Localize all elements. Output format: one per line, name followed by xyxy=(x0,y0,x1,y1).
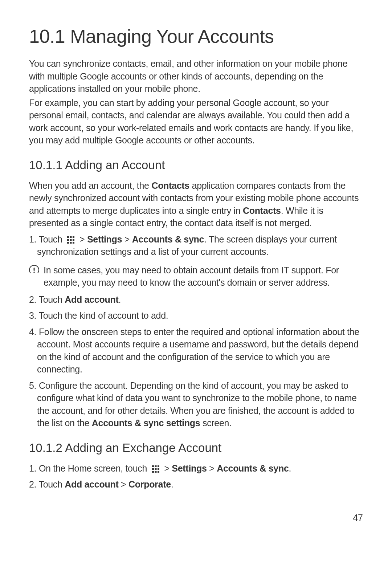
page-title: 10.1 Managing Your Accounts xyxy=(29,25,363,47)
apps-grid-icon xyxy=(67,236,75,244)
bold-add-account: Add account xyxy=(65,294,118,305)
intro-paragraph-2: For example, you can start by adding you… xyxy=(29,97,363,147)
text-fragment: screen. xyxy=(200,418,232,428)
text-fragment: When you add an account, the xyxy=(29,180,151,191)
step-3: 3. Touch the kind of account to add. xyxy=(29,309,363,322)
svg-rect-5 xyxy=(73,239,74,241)
text-fragment: 1. On the Home screen, touch xyxy=(29,463,150,473)
text-fragment: > xyxy=(207,463,217,473)
svg-rect-19 xyxy=(158,471,159,473)
svg-rect-12 xyxy=(155,465,156,467)
text-fragment: 2. Touch xyxy=(29,479,65,489)
svg-rect-7 xyxy=(70,242,72,244)
bold-accounts-sync: Accounts & sync xyxy=(217,463,289,473)
svg-rect-13 xyxy=(158,465,159,467)
section2-step-2: 2. Touch Add account > Corporate. xyxy=(29,478,363,491)
svg-rect-2 xyxy=(73,236,74,238)
section2-step-1: 1. On the Home screen, touch > Settings … xyxy=(29,462,363,475)
svg-rect-3 xyxy=(67,239,69,241)
bold-settings: Settings xyxy=(172,463,207,473)
text-fragment: 1. Touch xyxy=(29,234,65,244)
step-4: 4. Follow the onscreen steps to enter th… xyxy=(29,326,363,376)
bold-settings: Settings xyxy=(87,234,122,244)
page-number: 47 xyxy=(29,513,363,523)
svg-rect-4 xyxy=(70,239,72,241)
text-fragment: . xyxy=(289,463,291,473)
note-callout: In some cases, you may need to obtain ac… xyxy=(29,264,363,289)
intro-paragraph-1: You can synchronize contacts, email, and… xyxy=(29,57,363,95)
svg-point-10 xyxy=(33,272,35,273)
bold-add-account: Add account xyxy=(65,479,118,489)
apps-grid-icon xyxy=(152,465,160,473)
svg-rect-18 xyxy=(155,471,156,473)
bold-contacts: Contacts xyxy=(151,180,189,191)
note-text: In some cases, you may need to obtain ac… xyxy=(44,264,363,289)
svg-rect-15 xyxy=(155,468,156,470)
step-1: 1. Touch > Settings > Accounts & sync. T… xyxy=(29,233,363,258)
document-page: 10.1 Managing Your Accounts You can sync… xyxy=(0,0,392,538)
section-heading-2: 10.1.2 Adding an Exchange Account xyxy=(29,441,363,455)
svg-rect-1 xyxy=(70,236,72,238)
text-fragment: > xyxy=(77,234,87,244)
text-fragment: . xyxy=(118,294,121,305)
info-icon xyxy=(29,265,39,277)
svg-rect-9 xyxy=(34,268,35,271)
step-5: 5. Configure the account. Depending on t… xyxy=(29,379,363,429)
text-fragment: . xyxy=(171,479,173,489)
bold-contacts: Contacts xyxy=(243,205,281,216)
svg-rect-11 xyxy=(152,465,154,467)
svg-rect-8 xyxy=(73,242,74,244)
svg-rect-6 xyxy=(67,242,69,244)
svg-rect-0 xyxy=(67,236,69,238)
svg-rect-14 xyxy=(152,468,154,470)
step-2: 2. Touch Add account. xyxy=(29,293,363,306)
bold-corporate: Corporate xyxy=(128,479,171,489)
text-fragment: > xyxy=(122,234,132,244)
text-fragment: 2. Touch xyxy=(29,294,65,305)
bold-accounts-sync-settings: Accounts & sync settings xyxy=(92,418,200,428)
svg-rect-16 xyxy=(158,468,159,470)
section-heading-1: 10.1.1 Adding an Account xyxy=(29,158,363,172)
bold-accounts-sync: Accounts & sync xyxy=(132,234,204,244)
text-fragment: > xyxy=(162,463,172,473)
section1-paragraph: When you add an account, the Contacts ap… xyxy=(29,179,363,229)
text-fragment: > xyxy=(118,479,128,489)
svg-rect-17 xyxy=(152,471,154,473)
